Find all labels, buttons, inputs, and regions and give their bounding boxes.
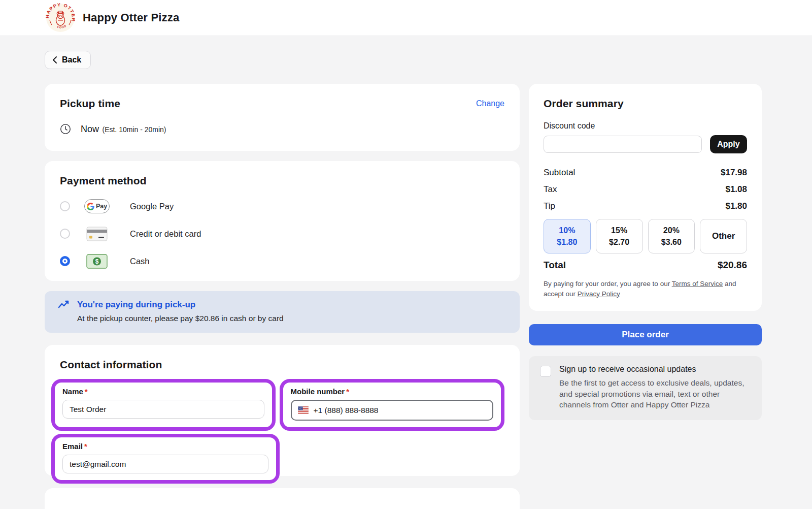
contact-information-card: Contact information Name* M [45,345,520,476]
subtotal-value: $17.98 [721,168,747,178]
total-label: Total [544,260,566,271]
next-section-card-partial [45,488,520,509]
discount-code-input[interactable] [544,136,702,153]
back-button[interactable]: Back [45,51,91,69]
cash-icon: $ [84,254,110,269]
tip-15-amt: $2.70 [609,236,629,248]
email-label: Email [62,442,83,451]
cash-label: Cash [130,257,150,266]
brand-title: Happy Otter Pizza [83,11,179,24]
app-header: HAPPY OTTER FOODS Happy Otter Pizza [0,0,812,36]
clock-icon [60,123,71,135]
mobile-field-highlight: Mobile number* [280,379,504,431]
google-pay-label: Google Pay [130,202,174,211]
back-label: Back [62,55,81,65]
pickup-time-value: Now [81,124,99,134]
banner-title: You're paying during pick-up [77,300,195,310]
tip-15-percent-button[interactable]: 15% $2.70 [596,219,643,253]
tip-row: Tip $1.80 [544,198,747,214]
mobile-input[interactable]: +1 (888) 888-8888 [291,400,493,421]
trending-zigzag-icon [58,300,71,310]
tip-20-percent-button[interactable]: 20% $3.60 [648,219,695,253]
total-value: $20.86 [718,260,747,271]
svg-text:$: $ [95,258,99,265]
signup-description: Be the first to get access to exclusive … [559,377,751,410]
name-input[interactable] [62,400,264,419]
tip-20-pct: 20% [663,225,680,236]
email-required-asterisk: * [84,442,87,451]
tip-15-pct: 15% [611,225,627,236]
payment-option-cash[interactable]: $ Cash [60,253,504,269]
discount-code-label: Discount code [544,121,747,131]
change-pickup-link[interactable]: Change [476,99,504,108]
privacy-policy-link[interactable]: Privacy Policy [578,290,620,298]
mobile-number-value: +1 (888) 888-8888 [314,406,379,415]
tip-label: Tip [544,201,555,211]
google-pay-icon: Pay [84,199,110,213]
email-field-highlight: Email* [51,434,280,484]
google-pay-radio[interactable] [60,201,70,211]
name-required-asterisk: * [85,387,88,396]
tip-other-button[interactable]: Other [700,219,747,253]
signup-title: Sign up to receive occasional updates [559,365,751,374]
place-order-button[interactable]: Place order [529,324,762,345]
tip-10-amt: $1.80 [557,236,577,248]
order-summary-title: Order summary [544,98,747,110]
subtotal-label: Subtotal [544,168,575,178]
total-row: Total $20.86 [544,260,747,271]
pickup-time-estimate: (Est. 10min - 20min) [102,125,166,134]
email-input[interactable] [62,455,268,473]
order-summary-card: Order summary Discount code Apply Subtot… [529,84,762,311]
contact-information-title: Contact information [60,359,504,371]
terms-text: By paying for your order, you agree to o… [544,279,747,299]
pickup-time-card: Pickup time Change Now (Est. 10min - 20m… [45,84,520,151]
tip-10-pct: 10% [559,225,575,236]
us-flag-icon [298,406,309,414]
pay-at-pickup-banner: You're paying during pick-up At the pick… [45,291,520,333]
credit-card-radio[interactable] [60,229,70,239]
terms-pre-text: By paying for your order, you agree to o… [544,280,672,288]
checkout-page: HAPPY OTTER FOODS Happy Otter Pizza [0,0,812,509]
brand-logo-icon: HAPPY OTTER FOODS [46,3,75,33]
tax-row: Tax $1.08 [544,181,747,198]
credit-card-icon [84,227,110,241]
tip-value: $1.80 [725,201,747,211]
name-label: Name [62,387,83,396]
tip-10-percent-button[interactable]: 10% $1.80 [544,219,591,253]
banner-message: At the pickup counter, please pay $20.86… [77,314,506,323]
name-field-highlight: Name* [51,379,276,431]
mobile-required-asterisk: * [346,387,349,396]
tax-value: $1.08 [725,184,747,195]
payment-method-title: Payment method [60,175,504,187]
gpay-pill-text: Pay [96,203,107,210]
payment-option-google-pay[interactable]: Pay Google Pay [60,198,504,214]
payment-method-card: Payment method Pay [45,161,520,281]
apply-discount-button[interactable]: Apply [710,135,747,153]
subtotal-row: Subtotal $17.98 [544,164,747,181]
cash-radio[interactable] [60,256,70,266]
credit-card-label: Credit or debit card [130,229,201,239]
payment-option-card[interactable]: Credit or debit card [60,226,504,242]
signup-section: Sign up to receive occasional updates Be… [529,356,762,420]
tax-label: Tax [544,184,557,195]
mobile-label: Mobile number [291,387,345,396]
tip-20-amt: $3.60 [661,236,682,248]
signup-checkbox[interactable] [540,366,551,377]
pickup-time-title: Pickup time [60,98,120,110]
chevron-left-icon [52,56,57,63]
terms-of-service-link[interactable]: Terms of Service [672,280,723,288]
